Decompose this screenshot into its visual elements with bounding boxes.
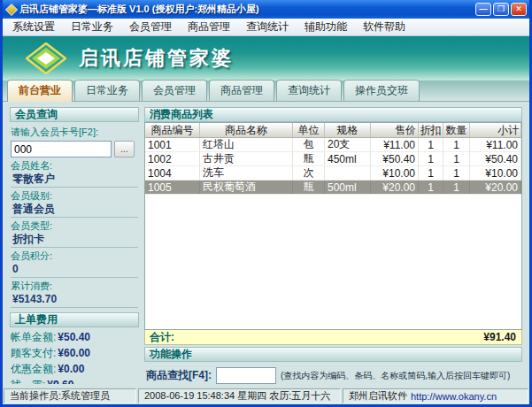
cell-price: ¥50.40: [371, 152, 419, 165]
col-header-unit: 单位: [293, 123, 325, 137]
tab-member-management[interactable]: 会员管理: [142, 80, 207, 101]
table-row[interactable]: 1002 古井贡 瓶 450ml ¥50.40 1 1 ¥50.40: [145, 152, 521, 166]
bill-amount-label: 帐单金额:: [11, 331, 56, 343]
cell-quantity: 1: [443, 166, 470, 180]
cell-product-code: 1005: [145, 180, 200, 194]
window-title: 启讯店铺管家婆—标准版 V1.0 (授权用户:郑州精品小屋): [19, 3, 472, 16]
discount-amount-label: 优惠金额:: [11, 363, 56, 375]
total-consumption-label: 累计消费:: [11, 280, 138, 292]
status-datetime: 2008-06-19 15:48:34 星期四 农历:五月十六: [138, 388, 341, 403]
browse-button[interactable]: ...: [114, 141, 135, 157]
goods-table-header: 商品编号 商品名称 单位 规格 售价 折扣 数量 小计: [145, 123, 521, 138]
menu-daily-business[interactable]: 日常业务: [63, 18, 121, 36]
goods-list-header: 消费商品列表: [144, 107, 522, 122]
product-search-input[interactable]: [216, 367, 276, 384]
cell-product-code: 1004: [145, 166, 200, 180]
vendor-url[interactable]: http://www.okany.cn: [411, 391, 497, 402]
brand-logo-icon: [26, 42, 66, 74]
total-consumption-value: ¥5143.70: [11, 292, 138, 308]
titlebar: 启讯店铺管家婆—标准版 V1.0 (授权用户:郑州精品小屋) — ❐ ✕: [3, 0, 529, 19]
table-row[interactable]: 1004 洗车 次 ¥10.00 1 1 ¥10.00: [145, 166, 521, 180]
col-header-subtotal: 小计: [470, 123, 521, 137]
cell-discount: 1: [419, 166, 443, 180]
cell-product-name: 民权葡萄酒: [200, 180, 293, 194]
main-content: 会员查询 请输入会员卡号[F2]: ... 会员姓名: 零散客户 会员级别: 普…: [3, 102, 529, 388]
cell-product-name: 红塔山: [200, 138, 293, 151]
vendor-name: 郑州启讯软件: [349, 389, 407, 403]
total-row: 合计: ¥91.40: [144, 330, 522, 345]
goods-table: 商品编号 商品名称 单位 规格 售价 折扣 数量 小计 1001 红塔山 包 2…: [144, 122, 522, 330]
cell-unit: 次: [293, 166, 325, 180]
total-value: ¥91.40: [483, 331, 521, 343]
cell-subtotal: ¥20.00: [470, 180, 521, 194]
menu-system-settings[interactable]: 系统设置: [4, 18, 63, 36]
cell-quantity: 1: [443, 152, 470, 165]
cell-spec: 20支: [325, 138, 371, 151]
col-header-spec: 规格: [325, 123, 371, 137]
status-vendor: 郑州启讯软件 http://www.okany.cn: [343, 388, 528, 403]
table-row[interactable]: 1001 红塔山 包 20支 ¥11.00 1 1 ¥11.00: [145, 138, 521, 152]
cell-subtotal: ¥10.00: [470, 166, 521, 180]
minimize-button[interactable]: —: [475, 3, 491, 16]
member-points-field: 会员积分: 0: [11, 250, 138, 278]
change-value: ¥9.60: [47, 379, 73, 384]
tabstrip: 前台营业 日常业务 会员管理 商品管理 查询统计 操作员交班: [3, 81, 529, 102]
card-number-row: ...: [11, 141, 138, 157]
col-header-product-code: 商品编号: [145, 123, 200, 137]
col-header-quantity: 数量: [443, 123, 470, 137]
search-hint: (查找内容为编码、条码、名称或简码,输入后按回车键即可): [281, 370, 510, 382]
cell-quantity: 1: [443, 138, 470, 151]
cell-unit: 瓶: [293, 152, 325, 165]
member-name-field: 会员姓名: 零散客户: [11, 160, 138, 188]
close-button[interactable]: ✕: [511, 3, 527, 16]
goods-panel: 消费商品列表 商品编号 商品名称 单位 规格 售价 折扣 数量 小计 1001 …: [144, 107, 522, 384]
bill-amount-value: ¥50.40: [58, 331, 90, 343]
member-points-label: 会员积分:: [11, 250, 138, 262]
member-level-value: 普通会员: [11, 202, 138, 218]
member-type-value: 折扣卡: [11, 232, 138, 248]
cell-spec: 450ml: [325, 152, 371, 165]
cell-unit: 包: [293, 138, 325, 151]
member-query-header: 会员查询: [10, 107, 139, 122]
discount-amount-row: 优惠金额: ¥0.00: [11, 363, 138, 375]
table-row-selected[interactable]: 1005 民权葡萄酒 瓶 500ml ¥20.00 1 1 ¥20.00: [145, 180, 521, 195]
table-empty-area: [145, 195, 521, 329]
menu-member-management[interactable]: 会员管理: [121, 18, 180, 36]
tab-front-desk[interactable]: 前台营业: [7, 80, 73, 102]
member-type-label: 会员类型:: [11, 220, 138, 232]
menu-software-help[interactable]: 软件帮助: [355, 18, 413, 36]
customer-paid-row: 顾客支付: ¥60.00: [11, 347, 138, 359]
tab-operator-shift[interactable]: 操作员交班: [343, 80, 420, 101]
cell-product-name: 洗车: [200, 166, 293, 180]
member-panel: 会员查询 请输入会员卡号[F2]: ... 会员姓名: 零散客户 会员级别: 普…: [10, 107, 139, 384]
cell-price: ¥20.00: [371, 180, 419, 194]
bill-amount-row: 帐单金额: ¥50.40: [11, 331, 138, 343]
product-search-row: 商品查找[F4]: (查找内容为编码、条码、名称或简码,输入后按回车键即可): [144, 362, 522, 384]
member-points-value: 0: [11, 262, 138, 278]
cell-discount: 1: [419, 138, 443, 151]
card-number-label: 请输入会员卡号[F2]:: [11, 126, 138, 139]
member-name-value: 零散客户: [11, 172, 138, 188]
customer-paid-value: ¥60.00: [58, 347, 90, 359]
cell-subtotal: ¥11.00: [470, 138, 521, 151]
cell-price: ¥11.00: [371, 138, 419, 151]
cell-product-code: 1002: [145, 152, 200, 165]
tab-daily-business[interactable]: 日常业务: [74, 80, 140, 101]
tab-query-statistics[interactable]: 查询统计: [276, 80, 342, 101]
cell-quantity: 1: [443, 180, 470, 194]
member-level-field: 会员级别: 普通会员: [11, 190, 138, 218]
status-operator: 当前操作员:系统管理员: [4, 388, 136, 403]
brand-title: 启讯店铺管家婆: [79, 45, 234, 72]
maximize-button[interactable]: ❐: [493, 3, 509, 16]
col-header-product-name: 商品名称: [200, 123, 293, 137]
statusbar: 当前操作员:系统管理员 2008-06-19 15:48:34 星期四 农历:五…: [3, 388, 529, 404]
card-number-input[interactable]: [11, 141, 112, 157]
cell-spec: [325, 166, 371, 180]
function-ops-header: 功能操作: [144, 347, 522, 362]
menu-product-management[interactable]: 商品管理: [180, 18, 238, 36]
menu-auxiliary-functions[interactable]: 辅助功能: [297, 18, 355, 36]
tab-product-management[interactable]: 商品管理: [209, 80, 274, 101]
menu-query-statistics[interactable]: 查询统计: [238, 18, 297, 36]
app-window: 启讯店铺管家婆—标准版 V1.0 (授权用户:郑州精品小屋) — ❐ ✕ 系统设…: [0, 0, 532, 407]
cell-subtotal: ¥50.40: [470, 152, 521, 165]
